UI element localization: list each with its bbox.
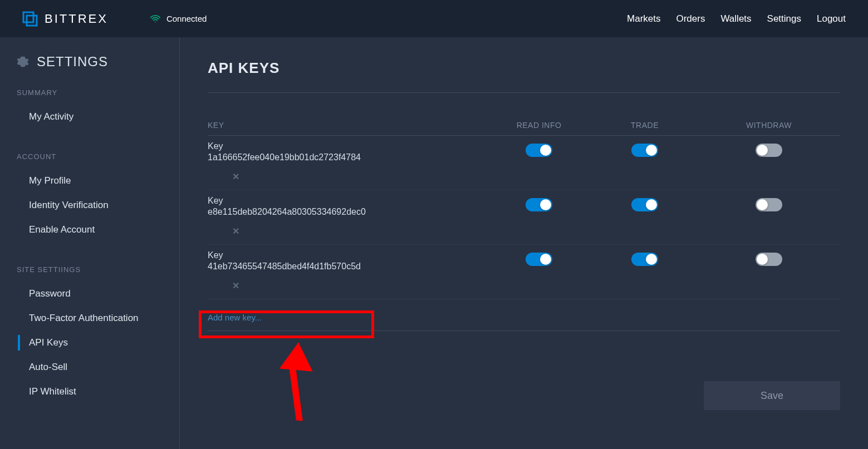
- trade-cell: [592, 196, 698, 211]
- read-info-toggle[interactable]: [526, 198, 552, 211]
- add-new-key-link[interactable]: Add new key...: [208, 313, 262, 322]
- read-info-cell: [486, 250, 592, 266]
- section-label-site-settings: SITE SETTIINGS: [0, 265, 179, 274]
- nav-wallets[interactable]: Wallets: [720, 13, 751, 24]
- trade-toggle[interactable]: [631, 198, 658, 211]
- key-cell: Key e8e115deb8204264a80305334692dec0 ✕: [208, 196, 486, 241]
- wifi-icon: [150, 13, 161, 24]
- nav-settings[interactable]: Settings: [767, 13, 801, 24]
- key-label: Key: [208, 250, 486, 260]
- th-key: KEY: [208, 121, 486, 130]
- delete-key-icon[interactable]: ✕: [232, 171, 239, 182]
- sidebar-item-my-profile[interactable]: My Profile: [0, 169, 179, 193]
- th-withdraw: WITHDRAW: [698, 121, 840, 130]
- trade-toggle[interactable]: [631, 144, 658, 157]
- connection-status: Connected: [150, 13, 207, 24]
- key-label: Key: [208, 196, 486, 206]
- sidebar-item-enable-account[interactable]: Enable Account: [0, 218, 179, 242]
- trade-cell: [592, 250, 698, 266]
- gear-icon: [17, 56, 29, 68]
- sidebar-item-auto-sell[interactable]: Auto-Sell: [0, 355, 179, 379]
- top-nav: Markets Orders Wallets Settings Logout: [627, 13, 846, 24]
- api-keys-table: KEY READ INFO TRADE WITHDRAW Key 1a16665…: [208, 121, 840, 331]
- withdraw-cell: [698, 196, 840, 211]
- svg-rect-0: [23, 12, 33, 22]
- key-cell: Key 41eb73465547485dbed4f4d1fb570c5d ✕: [208, 250, 486, 295]
- read-info-toggle[interactable]: [526, 144, 552, 157]
- nav-logout[interactable]: Logout: [817, 13, 846, 24]
- read-info-cell: [486, 141, 592, 157]
- header-bar: BITTREX Connected Markets Orders Wallets…: [0, 0, 868, 37]
- sidebar-section-summary: SUMMARY My Activity: [0, 88, 179, 129]
- page-title: API KEYS: [208, 60, 840, 93]
- table-row: Key 41eb73465547485dbed4f4d1fb570c5d ✕: [208, 245, 840, 299]
- main-content: API KEYS KEY READ INFO TRADE WITHDRAW Ke…: [180, 37, 868, 449]
- withdraw-cell: [698, 250, 840, 266]
- nav-markets[interactable]: Markets: [627, 13, 660, 24]
- sidebar-item-ip-whitelist[interactable]: IP Whitelist: [0, 379, 179, 404]
- section-label-account: ACCOUNT: [0, 152, 179, 161]
- key-value: e8e115deb8204264a80305334692dec0: [208, 207, 486, 217]
- save-button[interactable]: Save: [704, 381, 840, 410]
- sidebar-item-my-activity[interactable]: My Activity: [0, 105, 179, 129]
- table-row: Key 1a166652fee040e19bb01dc2723f4784 ✕: [208, 136, 840, 190]
- sidebar-item-two-factor[interactable]: Two-Factor Authentication: [0, 306, 179, 330]
- sidebar-title-row: SETTINGS: [0, 54, 179, 70]
- table-row: Key e8e115deb8204264a80305334692dec0 ✕: [208, 190, 840, 245]
- key-cell: Key 1a166652fee040e19bb01dc2723f4784 ✕: [208, 141, 486, 186]
- sidebar-item-api-keys[interactable]: API Keys: [0, 330, 179, 355]
- svg-rect-1: [27, 16, 37, 26]
- key-label: Key: [208, 141, 486, 151]
- sidebar-section-account: ACCOUNT My Profile Identity Verification…: [0, 152, 179, 242]
- key-value: 1a166652fee040e19bb01dc2723f4784: [208, 152, 486, 162]
- brand-name: BITTREX: [45, 12, 108, 26]
- table-header: KEY READ INFO TRADE WITHDRAW: [208, 121, 840, 136]
- withdraw-toggle[interactable]: [756, 253, 782, 266]
- sidebar-item-password[interactable]: Password: [0, 282, 179, 306]
- sidebar-title: SETTINGS: [37, 54, 108, 70]
- th-read-info: READ INFO: [486, 121, 592, 130]
- sidebar-section-site-settings: SITE SETTIINGS Password Two-Factor Authe…: [0, 265, 179, 404]
- key-value: 41eb73465547485dbed4f4d1fb570c5d: [208, 261, 486, 272]
- trade-toggle[interactable]: [631, 253, 658, 266]
- brand-logo[interactable]: BITTREX: [22, 11, 108, 27]
- nav-orders[interactable]: Orders: [676, 13, 705, 24]
- withdraw-toggle[interactable]: [756, 144, 782, 157]
- section-label-summary: SUMMARY: [0, 88, 179, 97]
- connection-label: Connected: [166, 14, 207, 23]
- withdraw-cell: [698, 141, 840, 157]
- delete-key-icon[interactable]: ✕: [232, 280, 239, 291]
- th-trade: TRADE: [592, 121, 698, 130]
- add-key-row: Add new key...: [208, 299, 840, 331]
- trade-cell: [592, 141, 698, 157]
- bittrex-logo-icon: [22, 11, 38, 27]
- settings-sidebar: SETTINGS SUMMARY My Activity ACCOUNT My …: [0, 37, 180, 449]
- read-info-cell: [486, 196, 592, 211]
- delete-key-icon[interactable]: ✕: [232, 226, 239, 236]
- read-info-toggle[interactable]: [526, 253, 552, 266]
- withdraw-toggle[interactable]: [756, 198, 782, 211]
- sidebar-item-identity-verification[interactable]: Identity Verification: [0, 193, 179, 218]
